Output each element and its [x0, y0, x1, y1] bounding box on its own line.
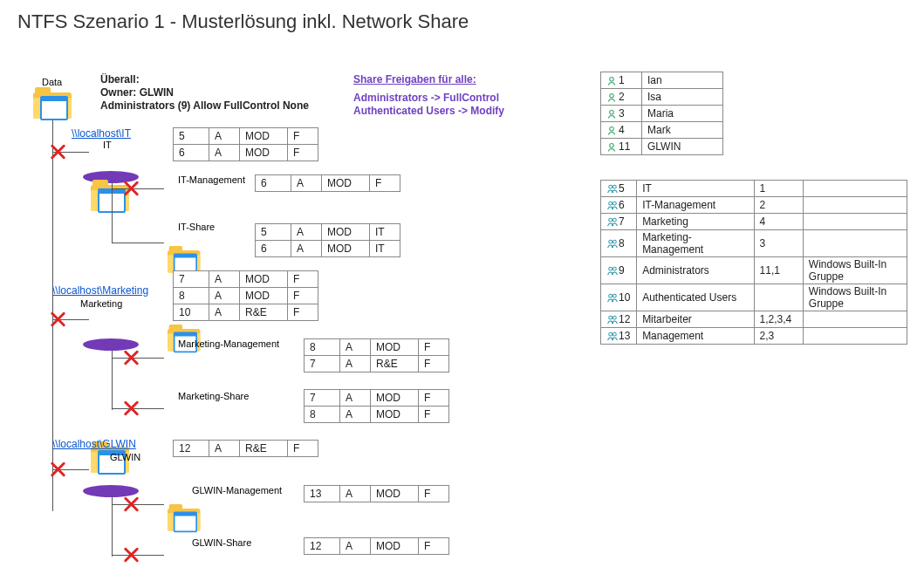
table-row: 10Authenticated UsersWindows Built-In Gr… [601, 284, 907, 311]
table-row: 3Maria [601, 106, 723, 122]
svg-point-9 [609, 218, 613, 222]
user-icon [606, 126, 617, 136]
folder-label-it: IT [103, 140, 112, 150]
svg-point-10 [613, 218, 616, 222]
table-row: 2Isa [601, 89, 723, 106]
perm-table-glw-share: 12AMODF [304, 537, 449, 555]
perm-table-mkt-mgmt: 8AMODF 7AR&EF [304, 338, 449, 372]
share-title: Share Freigaben für alle: [353, 73, 504, 86]
svg-point-16 [613, 294, 616, 297]
share-line2: Authenticated Users -> Modify [353, 105, 504, 118]
purple-shadow [83, 485, 139, 497]
svg-point-13 [609, 267, 613, 270]
folder-label-marketing: Marketing [80, 298, 122, 309]
group-icon [606, 184, 617, 195]
root-label: Data [42, 77, 62, 87]
svg-point-11 [609, 240, 613, 243]
folder-label-glw-share: GLWIN-Share [192, 537, 251, 548]
svg-point-3 [610, 126, 614, 131]
perm-table-it-share: 5AMODIT 6AMODIT [255, 223, 400, 257]
perm-table-it-mgmt: 6AMODF [255, 174, 400, 192]
group-icon [606, 239, 617, 249]
folder-label-glwin: GLWIN [110, 452, 140, 462]
svg-point-20 [613, 332, 616, 336]
folder-label-it-share: IT-Share [178, 222, 215, 232]
svg-point-4 [610, 143, 614, 147]
perm-table-glw-mgmt: 13AMODF [304, 485, 449, 502]
svg-point-14 [613, 267, 616, 270]
svg-point-0 [610, 77, 614, 81]
svg-point-8 [613, 202, 616, 205]
folder-mkt-mgmt-icon [168, 504, 200, 531]
groups-table: 5IT16IT-Management27Marketing48Marketing… [600, 180, 907, 345]
share-link-marketing[interactable]: \\localhost\Marketing [52, 284, 148, 297]
page-title: NTFS Szenario 1 - Musterlösung inkl. Net… [17, 10, 907, 33]
table-row: 7Marketing4 [601, 214, 907, 230]
table-row: 11GLWIN [601, 139, 723, 155]
folder-label-glw-mgmt: GLWIN-Management [192, 485, 282, 495]
header-uberall: Überall: [100, 73, 309, 86]
folder-label-mkt-share: Marketing-Share [178, 391, 249, 401]
svg-point-19 [609, 332, 613, 336]
perm-table-mkt-share: 7AMODF 8AMODF [304, 389, 449, 423]
perm-table-it: 5AMODF 6AMODF [173, 127, 318, 161]
folder-it-mgmt-icon [168, 246, 200, 273]
purple-shadow [83, 338, 139, 351]
table-row: 1Ian [601, 72, 723, 89]
table-row: 8Marketing-Management3 [601, 230, 907, 257]
svg-point-2 [610, 110, 614, 114]
group-icon [606, 217, 617, 228]
perm-table-marketing: 7AMODF 8AMODF 10AR&EF [173, 270, 318, 321]
share-line1: Administrators -> FullControl [353, 92, 504, 105]
perm-table-glwin: 12AR&EF [173, 440, 318, 457]
folder-it-icon [91, 180, 129, 211]
table-row: 6IT-Management2 [601, 197, 907, 214]
svg-point-17 [609, 316, 613, 319]
share-link-glwin[interactable]: \\localhost\GLWIN [52, 438, 136, 450]
diagram-canvas: Data Überall: Owner: GLWIN Administrator… [17, 51, 907, 574]
svg-point-15 [609, 294, 613, 297]
svg-point-12 [613, 240, 616, 243]
group-icon [606, 331, 617, 342]
table-row: 12Mitarbeiter1,2,3,4 [601, 311, 907, 328]
svg-point-6 [613, 185, 616, 188]
user-icon [606, 109, 617, 120]
users-table: 1Ian2Isa3Maria4Mark11GLWIN [600, 72, 723, 155]
group-icon [606, 201, 617, 211]
group-icon [606, 293, 617, 304]
svg-point-7 [609, 202, 613, 205]
user-icon [606, 76, 617, 86]
header-block: Überall: Owner: GLWIN Administrators (9)… [100, 73, 309, 113]
header-owner: Owner: GLWIN [100, 86, 309, 99]
group-icon [606, 266, 617, 277]
folder-data-icon [33, 87, 72, 119]
svg-point-1 [610, 93, 614, 98]
table-row: 13Management2,3 [601, 328, 907, 345]
table-row: 4Mark [601, 122, 723, 139]
folder-label-it-mgmt: IT-Management [178, 174, 245, 185]
user-icon [606, 92, 617, 103]
svg-point-5 [609, 185, 613, 188]
header-admins: Administrators (9) Allow FullControl Non… [100, 99, 309, 113]
table-row: 5IT1 [601, 181, 907, 197]
share-block: Share Freigaben für alle: Administrators… [353, 73, 504, 118]
user-icon [606, 142, 617, 153]
group-icon [606, 315, 617, 325]
svg-point-18 [613, 316, 616, 319]
share-link-it[interactable]: \\localhost\IT [72, 127, 131, 140]
table-row: 9Administrators11,1Windows Built-In Grup… [601, 257, 907, 284]
folder-label-mkt-mgmt: Marketing-Management [178, 338, 279, 349]
